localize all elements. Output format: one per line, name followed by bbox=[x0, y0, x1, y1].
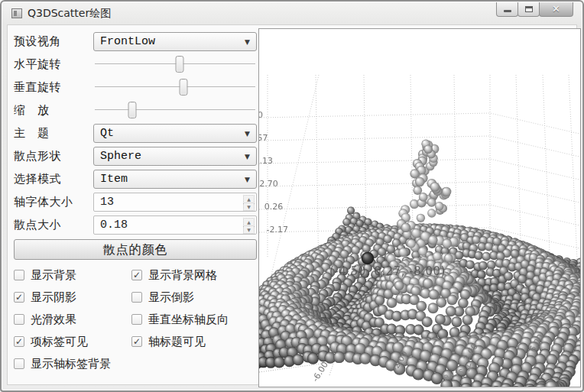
scatter-3d-canvas[interactable] bbox=[259, 29, 580, 387]
checkbox-show-axis-label-background[interactable]: 显示轴标签背景 bbox=[14, 356, 131, 371]
spin-down-icon[interactable]: ▼ bbox=[243, 226, 255, 234]
checkbox-smooth-effect[interactable]: 光滑效果 bbox=[14, 312, 131, 327]
checkbox-unchecked-icon[interactable] bbox=[131, 292, 142, 303]
checkbox-checked-icon[interactable]: ✓ bbox=[131, 336, 142, 347]
checkbox-label: 光滑效果 bbox=[31, 313, 76, 327]
slider-track bbox=[95, 109, 255, 110]
checkbox-label: 显示背景网格 bbox=[148, 268, 217, 283]
vertical-rotation-label: 垂直旋转 bbox=[14, 80, 93, 95]
zoom-label: 缩 放 bbox=[14, 103, 93, 118]
point-shape-select[interactable]: Sphere ▼ bbox=[93, 147, 257, 166]
checkbox-unchecked-icon[interactable] bbox=[14, 314, 24, 325]
chevron-down-icon: ▼ bbox=[245, 130, 250, 138]
spin-up-icon[interactable]: ▲ bbox=[243, 218, 255, 226]
selection-mode-label: 选择模式 bbox=[14, 172, 93, 186]
checkbox-show-reflection[interactable]: 显示倒影 bbox=[131, 290, 257, 305]
point-size-spinner[interactable]: 0.18 ▲ ▼ bbox=[93, 215, 257, 235]
slider-track bbox=[95, 86, 255, 87]
checkbox-label: 显示倒影 bbox=[148, 290, 194, 305]
theme-label: 主 题 bbox=[14, 126, 93, 141]
app-window: Q3DScatter绘图 ✕ 预设视角 FrontLow ▼ 水平旋转 bbox=[0, 0, 584, 392]
point-size-value: 0.18 bbox=[94, 219, 128, 232]
checkbox-label: 垂直坐标轴反向 bbox=[148, 313, 229, 327]
zoom-slider-handle[interactable] bbox=[128, 102, 137, 118]
axis-font-size-label: 轴字体大小 bbox=[14, 195, 93, 209]
plot-panel: 10.007.575.132.700.26-2.17-10.00-6.00-2.… bbox=[258, 28, 581, 387]
minimize-icon bbox=[504, 10, 511, 12]
selection-mode-value: Item bbox=[94, 173, 128, 186]
axis-font-size-value: 13 bbox=[94, 196, 114, 209]
vertical-rotation-slider-handle[interactable] bbox=[179, 79, 187, 96]
point-shape-value: Sphere bbox=[94, 150, 141, 163]
checkbox-checked-icon[interactable]: ✓ bbox=[131, 270, 142, 280]
point-shape-label: 散点形状 bbox=[14, 149, 93, 164]
checkbox-axis-title-visible[interactable]: ✓轴标题可见 bbox=[131, 334, 257, 349]
title-bar: Q3DScatter绘图 ✕ bbox=[2, 2, 582, 24]
checkbox-grid: 显示背景✓显示背景网格✓显示阴影显示倒影光滑效果垂直坐标轴反向✓项标签可见✓轴标… bbox=[14, 267, 257, 371]
horizontal-rotation-slider[interactable] bbox=[93, 55, 257, 73]
checkbox-show-background[interactable]: 显示背景 bbox=[14, 267, 131, 283]
point-size-label: 散点大小 bbox=[14, 218, 93, 232]
chevron-down-icon: ▼ bbox=[245, 176, 250, 183]
selection-mode-select[interactable]: Item ▼ bbox=[93, 170, 257, 189]
horizontal-rotation-slider-handle[interactable] bbox=[176, 56, 184, 73]
checkbox-label: 显示背景 bbox=[31, 268, 76, 283]
checkbox-label: 轴标题可见 bbox=[148, 335, 206, 349]
checkbox-unchecked-icon[interactable] bbox=[14, 270, 24, 280]
checkbox-label: 显示轴标签背景 bbox=[31, 357, 111, 371]
maximize-button[interactable] bbox=[517, 2, 540, 17]
checkbox-unchecked-icon[interactable] bbox=[14, 358, 24, 369]
zoom-slider[interactable] bbox=[93, 101, 257, 119]
spin-up-icon[interactable]: ▲ bbox=[243, 195, 255, 203]
axis-font-size-spinner[interactable]: 13 ▲ ▼ bbox=[93, 193, 257, 212]
checkbox-show-background-grid[interactable]: ✓显示背景网格 bbox=[131, 267, 257, 283]
minimize-button[interactable] bbox=[496, 2, 518, 17]
close-button[interactable]: ✕ bbox=[539, 2, 573, 17]
chevron-down-icon: ▼ bbox=[245, 153, 250, 160]
preset-view-label: 预设视角 bbox=[14, 34, 93, 49]
preset-view-select[interactable]: FrontLow ▼ bbox=[93, 32, 257, 51]
checkbox-unchecked-icon[interactable] bbox=[131, 314, 142, 325]
spin-down-icon[interactable]: ▼ bbox=[243, 203, 255, 211]
checkbox-checked-icon[interactable]: ✓ bbox=[14, 292, 24, 303]
point-color-button[interactable]: 散点的颜色 bbox=[14, 239, 257, 260]
close-icon: ✕ bbox=[540, 3, 573, 15]
checkbox-reverse-vertical-axis[interactable]: 垂直坐标轴反向 bbox=[131, 312, 257, 327]
vertical-rotation-slider[interactable] bbox=[93, 78, 257, 96]
checkbox-item-label-visible[interactable]: ✓项标签可见 bbox=[14, 334, 131, 349]
client-area: 预设视角 FrontLow ▼ 水平旋转 垂直旋转 bbox=[7, 24, 577, 385]
preset-view-value: FrontLow bbox=[94, 35, 155, 48]
checkbox-checked-icon[interactable]: ✓ bbox=[14, 336, 24, 347]
maximize-icon bbox=[525, 6, 533, 12]
horizontal-rotation-label: 水平旋转 bbox=[14, 57, 93, 72]
theme-select[interactable]: Qt ▼ bbox=[93, 124, 257, 143]
checkbox-label: 项标签可见 bbox=[31, 335, 88, 349]
theme-value: Qt bbox=[94, 127, 114, 140]
chevron-down-icon: ▼ bbox=[245, 38, 250, 46]
app-icon bbox=[11, 8, 22, 18]
checkbox-label: 显示阴影 bbox=[31, 290, 76, 305]
checkbox-show-shadow[interactable]: ✓显示阴影 bbox=[14, 290, 131, 305]
control-panel: 预设视角 FrontLow ▼ 水平旋转 垂直旋转 bbox=[14, 30, 257, 371]
window-title: Q3DScatter绘图 bbox=[28, 7, 111, 21]
